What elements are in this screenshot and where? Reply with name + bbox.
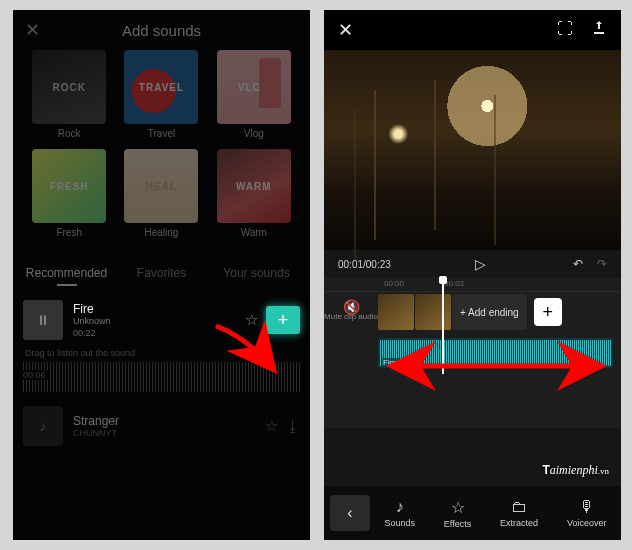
- track-art: ♪: [23, 406, 63, 446]
- video-clips[interactable]: + Add ending +: [378, 294, 621, 330]
- category-thumb: VLOG: [217, 50, 291, 124]
- video-track-row: 🔇 Mute clip audio + Add ending +: [324, 292, 621, 332]
- track-title: Fire: [73, 302, 245, 316]
- track-title: Stranger: [73, 414, 265, 428]
- category-thumb: WARM: [217, 149, 291, 223]
- star-icon: ☆: [444, 498, 471, 517]
- mute-label: Mute clip audio: [324, 312, 378, 321]
- category-thumb: TRAVEL: [124, 50, 198, 124]
- tab-recommended[interactable]: Recommended: [19, 260, 114, 292]
- play-button[interactable]: ▷: [475, 256, 488, 272]
- toolbar-effects[interactable]: ☆ Effects: [444, 498, 471, 529]
- tab-your-sounds[interactable]: Your sounds: [209, 260, 304, 292]
- category-thumb: FRESH: [32, 149, 106, 223]
- toolbar-label: Extracted: [500, 518, 538, 528]
- watermark: Taimienphi.vn: [542, 463, 609, 478]
- download-icon[interactable]: ⭳: [286, 418, 300, 434]
- track-row[interactable]: ♪ Stranger CHUNNYT ☆ ⭳: [13, 398, 310, 454]
- track-artist: CHUNNYT: [73, 428, 265, 438]
- annotation-arrow: [208, 320, 298, 394]
- undo-button[interactable]: ↶: [573, 257, 583, 271]
- header: ✕ Add sounds: [13, 10, 310, 50]
- video-editor-screen: ✕ ⛶ 00:01/00:23 ▷ ↶ ↷ 00:00 00:03 🔇 Mute…: [324, 10, 621, 540]
- category-thumb: HEAL: [124, 149, 198, 223]
- category-rock[interactable]: ROCK Rock: [29, 50, 109, 139]
- category-label: Warm: [214, 227, 294, 238]
- mute-clip-button[interactable]: 🔇 Mute clip audio: [324, 302, 378, 322]
- favorite-icon[interactable]: ☆: [265, 417, 278, 435]
- annotation-arrow: [384, 354, 614, 382]
- tab-favorites[interactable]: Favorites: [114, 260, 209, 292]
- category-label: Rock: [29, 128, 109, 139]
- track-art: ⏸: [23, 300, 63, 340]
- category-grid: ROCK Rock TRAVEL Travel VLOG Vlog FRESH …: [13, 50, 310, 254]
- sound-tabs: Recommended Favorites Your sounds: [13, 260, 310, 292]
- ruler-tick: 00:03: [444, 279, 464, 291]
- category-vlog[interactable]: VLOG Vlog: [214, 50, 294, 139]
- timeline[interactable]: 00:00 00:03 🔇 Mute clip audio + Add endi…: [324, 278, 621, 428]
- category-label: Fresh: [29, 227, 109, 238]
- music-note-icon: ♪: [384, 498, 415, 516]
- back-button[interactable]: ‹: [330, 495, 370, 531]
- toolbar-label: Sounds: [384, 518, 415, 528]
- redo-button[interactable]: ↷: [597, 257, 607, 271]
- category-travel[interactable]: TRAVEL Travel: [121, 50, 201, 139]
- toolbar-voiceover[interactable]: 🎙 Voiceover: [567, 498, 607, 529]
- fullscreen-icon[interactable]: ⛶: [557, 20, 573, 40]
- category-label: Travel: [121, 128, 201, 139]
- bottom-toolbar: ‹ ♪ Sounds ☆ Effects 🗀 Extracted 🎙 Voice…: [324, 486, 621, 540]
- video-clip[interactable]: [378, 294, 414, 330]
- video-preview[interactable]: [324, 50, 621, 250]
- waveform-time: 00:06: [23, 370, 50, 380]
- toolbar-label: Effects: [444, 519, 471, 529]
- video-clip[interactable]: [415, 294, 451, 330]
- close-icon[interactable]: ✕: [338, 19, 353, 41]
- category-fresh[interactable]: FRESH Fresh: [29, 149, 109, 238]
- category-label: Healing: [121, 227, 201, 238]
- mute-icon: 🔇: [324, 302, 378, 312]
- close-icon[interactable]: ✕: [25, 19, 40, 41]
- editor-topbar: ✕ ⛶: [324, 10, 621, 50]
- time-ruler: 00:00 00:03: [324, 278, 621, 292]
- export-icon[interactable]: [591, 20, 607, 40]
- toolbar-sounds[interactable]: ♪ Sounds: [384, 498, 415, 529]
- add-sounds-screen: ✕ Add sounds ROCK Rock TRAVEL Travel VLO…: [13, 10, 310, 540]
- toolbar-extracted[interactable]: 🗀 Extracted: [500, 498, 538, 529]
- folder-icon: 🗀: [500, 498, 538, 516]
- mic-icon: 🎙: [567, 498, 607, 516]
- playback-controls: 00:01/00:23 ▷ ↶ ↷: [324, 250, 621, 278]
- track-meta: Stranger CHUNNYT: [73, 414, 265, 438]
- page-title: Add sounds: [13, 22, 310, 39]
- timecode: 00:01/00:23: [338, 259, 391, 270]
- category-label: Vlog: [214, 128, 294, 139]
- toolbar-label: Voiceover: [567, 518, 607, 528]
- add-clip-button[interactable]: +: [534, 298, 562, 326]
- category-healing[interactable]: HEAL Healing: [121, 149, 201, 238]
- add-ending-button[interactable]: + Add ending: [452, 294, 527, 330]
- ruler-tick: 00:00: [384, 279, 404, 291]
- category-warm[interactable]: WARM Warm: [214, 149, 294, 238]
- category-thumb: ROCK: [32, 50, 106, 124]
